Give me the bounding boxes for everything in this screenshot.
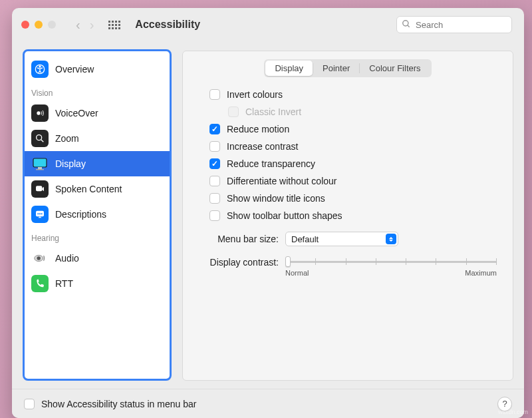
option-label: Increase contrast: [227, 141, 298, 152]
search-input[interactable]: [396, 16, 512, 33]
back-button[interactable]: ‹: [76, 17, 80, 33]
menu-bar-size-select[interactable]: Default: [285, 232, 398, 246]
svg-rect-7: [33, 158, 47, 167]
sidebar-item-overview[interactable]: Overview: [25, 57, 170, 82]
option-show-title-icons[interactable]: Show window title icons: [195, 190, 501, 208]
tabs: Display Pointer Colour Filters: [264, 59, 431, 77]
sidebar-item-label: Zoom: [55, 133, 79, 144]
footer-status-label: Show Accessibility status in menu bar: [41, 399, 196, 409]
option-reduce-transparency[interactable]: Reduce transparency: [195, 156, 501, 173]
spoken-content-icon: [31, 180, 49, 198]
checkbox-show-toolbar-shapes[interactable]: [209, 210, 220, 221]
option-differentiate-without-colour[interactable]: Differentiate without colour: [195, 173, 501, 190]
search-field-wrap: [396, 16, 512, 33]
display-contrast-label: Display contrast:: [199, 256, 279, 268]
svg-point-5: [37, 135, 42, 140]
option-label: Reduce motion: [227, 124, 289, 134]
traffic-lights: [21, 21, 56, 29]
option-label: Differentiate without colour: [227, 176, 337, 186]
select-value: Default: [291, 234, 319, 244]
svg-point-0: [403, 21, 408, 26]
svg-point-14: [41, 213, 43, 214]
preferences-body: Overview Vision VoiceOver Zoom Displa: [12, 41, 524, 389]
fullscreen-button[interactable]: [48, 21, 56, 29]
sidebar-item-voiceover[interactable]: VoiceOver: [25, 101, 170, 126]
tab-colour-filters[interactable]: Colour Filters: [360, 61, 430, 76]
rtt-icon: [31, 275, 49, 292]
svg-point-16: [37, 256, 41, 260]
svg-point-12: [37, 213, 39, 214]
sidebar-item-label: VoiceOver: [55, 108, 98, 118]
voiceover-icon: [31, 104, 49, 122]
close-button[interactable]: [21, 21, 29, 29]
slider-max-label: Maximum: [465, 269, 497, 277]
checkbox-status-in-menubar[interactable]: [24, 399, 35, 409]
sidebar-section-hearing: Hearing: [25, 227, 170, 246]
sidebar-item-spoken-content[interactable]: Spoken Content: [25, 176, 170, 202]
tab-display[interactable]: Display: [265, 61, 313, 76]
option-show-toolbar-shapes[interactable]: Show toolbar button shapes: [195, 208, 501, 225]
audio-icon: [31, 250, 49, 267]
sidebar-item-zoom[interactable]: Zoom: [25, 126, 170, 151]
select-caret-icon: [386, 234, 396, 244]
descriptions-icon: [31, 206, 49, 223]
checkbox-increase-contrast[interactable]: [209, 141, 220, 152]
sidebar-item-label: Audio: [55, 253, 79, 264]
preferences-window: ‹ › Accessibility Overview Vision: [12, 8, 524, 418]
option-classic-invert: Classic Invert: [195, 104, 501, 121]
search-icon: [402, 19, 411, 31]
sidebar-item-audio[interactable]: Audio: [25, 246, 170, 271]
forward-button[interactable]: ›: [90, 17, 94, 33]
sidebar: Overview Vision VoiceOver Zoom Displa: [23, 49, 172, 381]
option-increase-contrast[interactable]: Increase contrast: [195, 138, 501, 156]
footer-status-option[interactable]: Show Accessibility status in menu bar: [24, 399, 196, 409]
checkbox-show-title-icons[interactable]: [209, 193, 220, 204]
svg-line-1: [408, 25, 410, 27]
option-label: Classic Invert: [245, 106, 301, 117]
sidebar-item-label: RTT: [55, 278, 73, 289]
display-icon: [31, 155, 49, 172]
display-contrast-slider[interactable]: [285, 256, 497, 268]
checkbox-reduce-transparency[interactable]: [209, 158, 220, 169]
option-invert-colours[interactable]: Invert colours: [195, 87, 501, 104]
slider-thumb[interactable]: [285, 256, 291, 267]
checkbox-reduce-motion[interactable]: [209, 124, 220, 134]
option-reduce-motion[interactable]: Reduce motion: [195, 121, 501, 138]
checkbox-invert-colours[interactable]: [209, 89, 220, 100]
minimize-button[interactable]: [35, 21, 43, 29]
titlebar: ‹ › Accessibility: [12, 8, 524, 41]
sidebar-item-label: Spoken Content: [55, 184, 122, 194]
svg-rect-8: [38, 167, 42, 169]
content-area: Display Pointer Colour Filters Invert co…: [182, 49, 513, 381]
sidebar-item-display[interactable]: Display: [25, 151, 170, 176]
svg-point-3: [39, 66, 41, 67]
sidebar-item-label: Descriptions: [55, 209, 106, 220]
sidebar-item-label: Overview: [55, 64, 94, 75]
zoom-icon: [31, 130, 49, 147]
menu-bar-size-label: Menu bar size:: [199, 234, 279, 244]
sidebar-item-descriptions[interactable]: Descriptions: [25, 202, 170, 227]
footer: Show Accessibility status in menu bar ?: [12, 389, 524, 418]
watermark: wsxdn.com: [498, 409, 528, 415]
checkbox-diff-without-colour[interactable]: [209, 176, 220, 186]
svg-point-13: [39, 213, 41, 214]
checkbox-classic-invert: [228, 106, 239, 117]
svg-line-6: [41, 140, 44, 142]
svg-point-4: [37, 111, 40, 114]
slider-min-label: Normal: [285, 269, 309, 277]
show-all-button[interactable]: [108, 21, 120, 29]
window-title: Accessibility: [135, 19, 200, 31]
svg-rect-9: [36, 169, 44, 170]
option-label: Invert colours: [227, 89, 283, 100]
svg-rect-10: [36, 186, 42, 191]
display-contrast-slider-wrap: Normal Maximum: [285, 256, 501, 277]
option-label: Show window title icons: [227, 193, 325, 204]
option-label: Show toolbar button shapes: [227, 210, 342, 221]
sidebar-item-rtt[interactable]: RTT: [25, 271, 170, 296]
tab-pointer[interactable]: Pointer: [313, 61, 359, 76]
sidebar-item-label: Display: [55, 158, 86, 169]
accessibility-icon: [31, 61, 49, 78]
menu-bar-size-row: Menu bar size: Default: [195, 225, 501, 246]
settings-pane: Display Pointer Colour Filters Invert co…: [182, 51, 513, 381]
option-label: Reduce transparency: [227, 158, 315, 169]
